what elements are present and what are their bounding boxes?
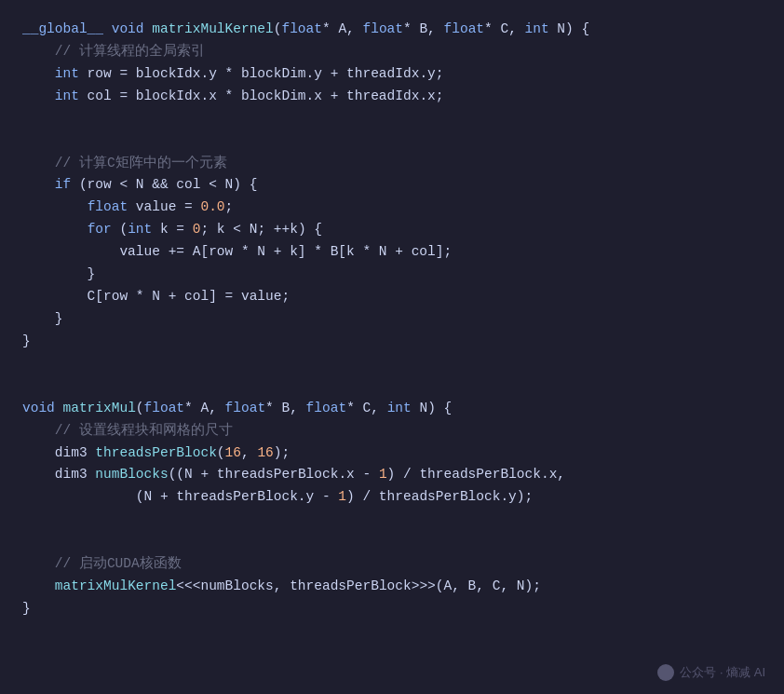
code-block: __global__ void matrixMulKernel(float* A… — [22, 19, 762, 620]
watermark-text: 公众号 · 熵减 AI — [680, 664, 765, 681]
watermark: 公众号 · 熵减 AI — [657, 664, 765, 681]
watermark-icon — [657, 664, 674, 681]
code-container: __global__ void matrixMulKernel(float* A… — [0, 0, 784, 694]
